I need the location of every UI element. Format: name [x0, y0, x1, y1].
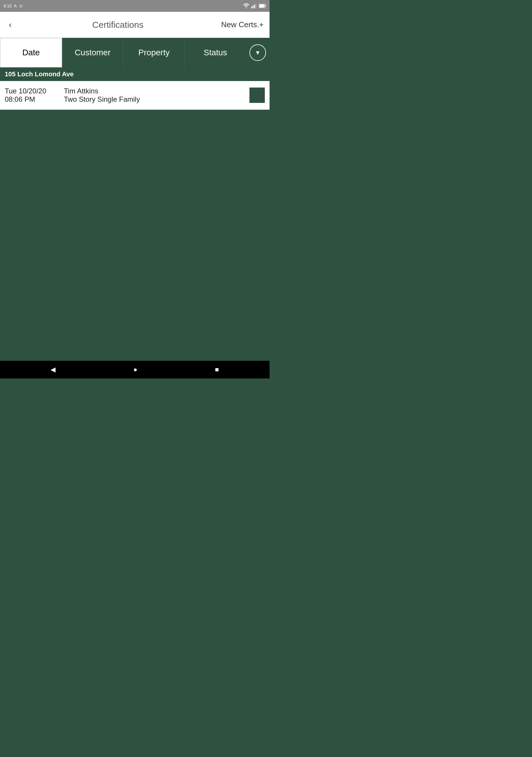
back-button[interactable]: ‹	[6, 17, 15, 33]
top-nav: ‹ Certifications New Certs.+	[0, 12, 270, 38]
nav-home-icon[interactable]: ●	[133, 366, 137, 374]
col-customer-label: Customer	[75, 48, 110, 57]
cert-date-block: Tue 10/20/20 08:06 PM	[5, 87, 58, 104]
col-status-label: Status	[204, 48, 227, 57]
cert-customer-name: Tim Attkins	[64, 87, 140, 95]
col-date-label: Date	[22, 48, 40, 57]
bottom-nav: ◀ ● ■	[0, 361, 270, 378]
col-header-date[interactable]: Date	[0, 38, 62, 67]
cert-date: Tue 10/20/20	[5, 87, 58, 95]
dropdown-arrow-icon[interactable]: ▼	[250, 45, 266, 61]
status-bar: 8:10 A ⊙	[0, 0, 270, 12]
svg-rect-1	[253, 6, 253, 8]
cert-property-type: Two Story Single Family	[64, 95, 140, 104]
battery-icon	[259, 4, 266, 8]
property-group-header: 105 Loch Lomond Ave	[0, 67, 270, 81]
col-dropdown-button[interactable]: ▼	[246, 38, 270, 67]
status-bar-left: 8:10 A ⊙	[4, 4, 23, 8]
nav-recents-icon[interactable]: ■	[215, 366, 219, 374]
signal-icon	[251, 4, 257, 8]
col-header-customer[interactable]: Customer	[62, 38, 123, 67]
col-header-status[interactable]: Status	[185, 38, 246, 67]
status-time: 8:10	[4, 4, 12, 8]
nav-back-icon[interactable]: ◀	[50, 366, 56, 374]
svg-rect-3	[255, 4, 256, 8]
property-group-label: 105 Loch Lomond Ave	[5, 70, 74, 78]
status-bar-right	[243, 3, 266, 9]
cert-info-block: Tim Attkins Two Story Single Family	[64, 87, 140, 104]
col-property-label: Property	[138, 48, 170, 57]
cert-row[interactable]: Tue 10/20/20 08:06 PM Tim Attkins Two St…	[0, 81, 270, 110]
col-header-property[interactable]: Property	[123, 38, 185, 67]
cert-status-indicator[interactable]	[250, 87, 265, 103]
cert-row-content: Tue 10/20/20 08:06 PM Tim Attkins Two St…	[5, 87, 140, 104]
new-certs-button[interactable]: New Certs.+	[221, 20, 264, 29]
column-headers: Date Customer Property Status ▼	[0, 38, 270, 67]
status-icon-a: A	[14, 4, 16, 8]
page-title: Certifications	[92, 20, 143, 30]
status-icon-b: ⊙	[19, 4, 23, 8]
svg-rect-2	[254, 5, 255, 8]
svg-rect-6	[259, 4, 264, 8]
svg-rect-0	[251, 7, 252, 8]
svg-rect-5	[265, 5, 266, 7]
cert-time: 08:06 PM	[5, 95, 58, 104]
wifi-icon	[243, 3, 250, 9]
